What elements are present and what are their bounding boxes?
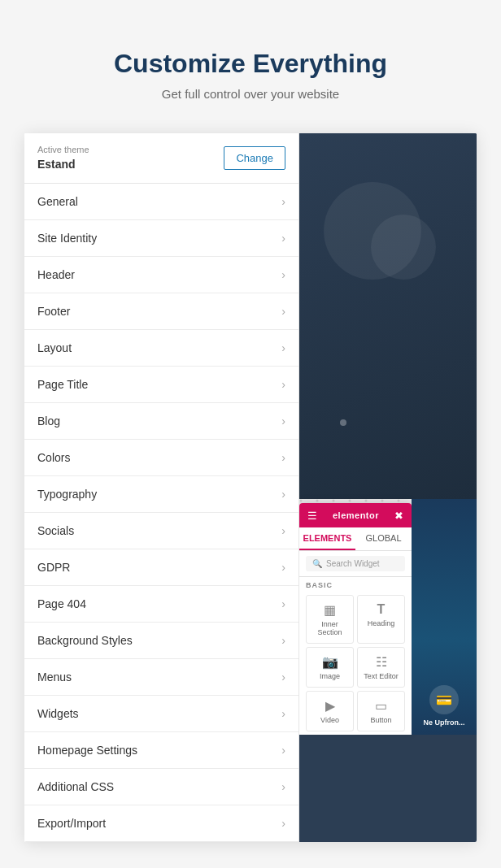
widget-button[interactable]: ▭ Button bbox=[357, 691, 405, 731]
menu-item-label: Export/Import bbox=[37, 817, 106, 830]
active-theme-label: Active theme bbox=[37, 145, 89, 154]
change-theme-button[interactable]: Change bbox=[224, 146, 285, 170]
menu-item-gdpr[interactable]: GDPR › bbox=[24, 549, 298, 586]
heading-icon: T bbox=[377, 602, 386, 617]
no-upfront-text: Ne Upfron... bbox=[424, 718, 465, 727]
chevron-right-icon: › bbox=[281, 451, 285, 464]
chevron-right-icon: › bbox=[281, 488, 285, 501]
menu-item-general[interactable]: General › bbox=[24, 184, 298, 220]
widget-heading[interactable]: T Heading bbox=[357, 595, 405, 644]
preview-right-strip: 💳 Ne Upfron... bbox=[412, 499, 477, 735]
menu-item-label: Page 404 bbox=[37, 597, 86, 610]
menu-item-page-title[interactable]: Page Title › bbox=[24, 367, 298, 403]
menu-item-label: Header bbox=[37, 268, 75, 281]
chevron-right-icon: › bbox=[281, 524, 285, 537]
menu-item-homepage-settings[interactable]: Homepage Settings › bbox=[24, 732, 298, 769]
decorative-dot bbox=[340, 419, 346, 426]
widget-text-editor[interactable]: ☷ Text Editor bbox=[357, 647, 405, 688]
preview-panel: ☰ elementor ✖ ELEMENTS GLOBAL 🔍 Search W… bbox=[299, 133, 477, 842]
widget-grid: ▦ Inner Section T Heading 📷 Image ☷ Text… bbox=[299, 592, 412, 735]
search-icon: 🔍 bbox=[312, 559, 322, 568]
image-icon: 📷 bbox=[322, 654, 338, 670]
elementor-panel-header: ☰ elementor ✖ bbox=[299, 503, 412, 527]
tab-global[interactable]: GLOBAL bbox=[355, 527, 412, 550]
menu-item-label: Menus bbox=[37, 671, 72, 684]
panel-header: Active theme Estand Change bbox=[24, 133, 298, 184]
menu-item-site-identity[interactable]: Site Identity › bbox=[24, 220, 298, 257]
menu-item-layout[interactable]: Layout › bbox=[24, 330, 298, 367]
menu-item-label: Socials bbox=[37, 524, 74, 537]
menu-item-label: Footer bbox=[37, 305, 70, 318]
menu-item-widgets[interactable]: Widgets › bbox=[24, 696, 298, 732]
widget-label: Heading bbox=[368, 619, 395, 627]
menu-item-label: Colors bbox=[37, 451, 70, 464]
customizer-container: Active theme Estand Change General › Sit… bbox=[24, 133, 477, 842]
widget-label: Inner Section bbox=[310, 620, 350, 636]
chevron-right-icon: › bbox=[281, 341, 285, 354]
customizer-menu: General › Site Identity › Header › Foote… bbox=[24, 184, 298, 842]
menu-item-background-styles[interactable]: Background Styles › bbox=[24, 623, 298, 659]
chevron-right-icon: › bbox=[281, 414, 285, 427]
menu-item-typography[interactable]: Typography › bbox=[24, 476, 298, 513]
chevron-right-icon: › bbox=[281, 671, 285, 684]
widget-label: Video bbox=[320, 716, 339, 724]
chevron-right-icon: › bbox=[281, 195, 285, 208]
menu-item-additional-css[interactable]: Additional CSS › bbox=[24, 769, 298, 805]
chevron-right-icon: › bbox=[281, 561, 285, 574]
menu-item-label: Layout bbox=[37, 341, 72, 354]
widget-label: Text Editor bbox=[364, 672, 399, 680]
active-theme-info: Active theme Estand bbox=[37, 145, 89, 171]
chevron-right-icon: › bbox=[281, 232, 285, 245]
wallet-icon: 💳 bbox=[436, 692, 452, 708]
chevron-right-icon: › bbox=[281, 305, 285, 318]
menu-item-label: Blog bbox=[37, 414, 60, 427]
elementor-search-area: 🔍 Search Widget bbox=[299, 551, 412, 577]
chevron-right-icon: › bbox=[281, 707, 285, 720]
menu-item-menus[interactable]: Menus › bbox=[24, 659, 298, 696]
menu-item-label: Background Styles bbox=[37, 634, 133, 647]
elementor-tabs: ELEMENTS GLOBAL bbox=[299, 527, 412, 551]
search-input-wrapper[interactable]: 🔍 Search Widget bbox=[306, 556, 405, 571]
menu-item-colors[interactable]: Colors › bbox=[24, 440, 298, 476]
menu-item-export-import[interactable]: Export/Import › bbox=[24, 805, 298, 842]
menu-item-label: Typography bbox=[37, 488, 97, 501]
menu-item-label: Site Identity bbox=[37, 232, 97, 245]
menu-item-page-404[interactable]: Page 404 › bbox=[24, 586, 298, 623]
hamburger-icon: ☰ bbox=[307, 510, 317, 522]
search-placeholder-text: Search Widget bbox=[326, 559, 380, 568]
menu-item-footer[interactable]: Footer › bbox=[24, 293, 298, 330]
chevron-right-icon: › bbox=[281, 744, 285, 757]
elementor-panel: ☰ elementor ✖ ELEMENTS GLOBAL 🔍 Search W… bbox=[299, 503, 412, 735]
widget-label: Button bbox=[370, 716, 391, 724]
menu-item-label: GDPR bbox=[37, 561, 70, 574]
tab-elements[interactable]: ELEMENTS bbox=[299, 527, 355, 550]
video-icon: ▶ bbox=[325, 698, 335, 714]
close-icon: ✖ bbox=[394, 510, 403, 522]
menu-item-socials[interactable]: Socials › bbox=[24, 513, 298, 549]
widget-label: Image bbox=[320, 672, 340, 680]
preview-dark-section bbox=[299, 133, 477, 499]
chevron-right-icon: › bbox=[281, 780, 285, 793]
chevron-right-icon: › bbox=[281, 634, 285, 647]
menu-item-header[interactable]: Header › bbox=[24, 257, 298, 293]
elementor-logo: elementor bbox=[333, 510, 379, 520]
menu-item-blog[interactable]: Blog › bbox=[24, 403, 298, 440]
decorative-circle-2 bbox=[371, 215, 436, 280]
button-icon: ▭ bbox=[375, 698, 387, 714]
customizer-panel: Active theme Estand Change General › Sit… bbox=[24, 133, 299, 842]
text-editor-icon: ☷ bbox=[376, 654, 387, 670]
widget-inner-section[interactable]: ▦ Inner Section bbox=[306, 595, 354, 644]
wallet-icon-circle: 💳 bbox=[429, 685, 459, 714]
menu-item-label: Homepage Settings bbox=[37, 744, 137, 757]
widget-video[interactable]: ▶ Video bbox=[306, 691, 354, 731]
basic-section-label: BASIC bbox=[299, 577, 412, 592]
menu-item-label: Additional CSS bbox=[37, 780, 114, 793]
preview-light-section: ☰ elementor ✖ ELEMENTS GLOBAL 🔍 Search W… bbox=[299, 499, 477, 735]
chevron-right-icon: › bbox=[281, 268, 285, 281]
hero-title: Customize Everything bbox=[16, 49, 485, 79]
menu-item-label: General bbox=[37, 195, 78, 208]
hero-subtitle: Get full control over your website bbox=[16, 87, 485, 101]
menu-item-label: Widgets bbox=[37, 707, 79, 720]
widget-image[interactable]: 📷 Image bbox=[306, 647, 354, 688]
chevron-right-icon: › bbox=[281, 817, 285, 830]
